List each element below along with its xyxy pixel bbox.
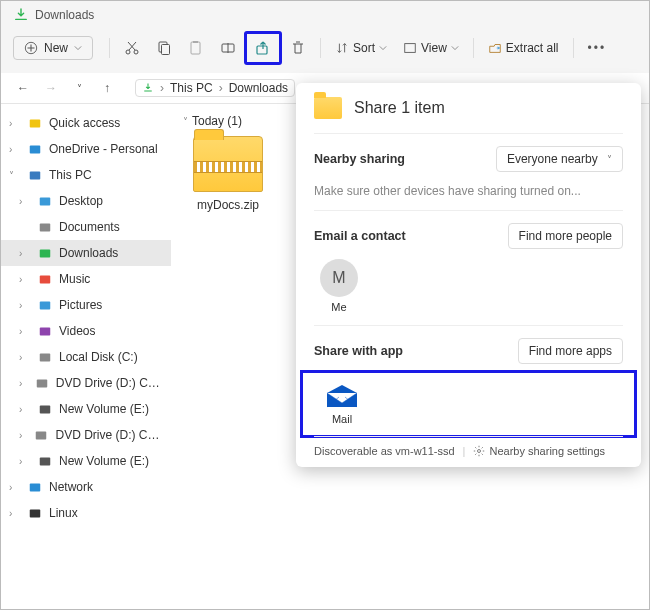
chevron-icon: › — [19, 378, 28, 389]
svg-rect-17 — [40, 302, 51, 310]
folder-icon — [37, 193, 53, 209]
sidebar-item[interactable]: ›Local Disk (C:) — [1, 344, 171, 370]
sidebar-item[interactable]: ›New Volume (E:) — [1, 396, 171, 422]
svg-rect-5 — [191, 42, 200, 54]
folder-icon — [37, 219, 53, 235]
up-button[interactable]: ↑ — [97, 81, 117, 95]
file-tile[interactable]: myDocs.zip — [183, 136, 273, 212]
svg-rect-11 — [30, 146, 41, 154]
folder-icon — [37, 401, 53, 417]
window-title: Downloads — [35, 8, 94, 22]
sidebar-item-label: Music — [59, 272, 90, 286]
svg-rect-8 — [257, 46, 267, 54]
share-button[interactable] — [244, 31, 282, 65]
email-contact-label: Email a contact — [314, 229, 406, 243]
find-apps-button[interactable]: Find more apps — [518, 338, 623, 364]
svg-rect-12 — [30, 172, 41, 180]
chevron-icon: ˅ — [9, 170, 21, 181]
svg-point-2 — [134, 50, 138, 54]
group-header-label: Today (1) — [192, 114, 242, 128]
svg-rect-15 — [40, 250, 51, 258]
sidebar-item[interactable]: ›Linux — [1, 500, 171, 526]
view-button[interactable]: View — [395, 35, 467, 61]
folder-icon — [37, 453, 53, 469]
chevron-down-icon[interactable]: ˅ — [69, 83, 89, 94]
mail-app[interactable]: Mail — [317, 383, 367, 425]
folder-icon — [27, 479, 43, 495]
svg-rect-18 — [40, 328, 51, 336]
nearby-select-value: Everyone nearby — [507, 152, 598, 166]
sidebar-item[interactable]: Documents — [1, 214, 171, 240]
folder-icon — [27, 167, 43, 183]
folder-icon — [27, 141, 43, 157]
chevron-icon: › — [19, 430, 27, 441]
svg-rect-6 — [193, 41, 198, 43]
view-label: View — [421, 41, 447, 55]
downloads-icon — [142, 82, 154, 94]
svg-point-26 — [478, 450, 481, 453]
zip-icon — [193, 136, 263, 192]
sidebar-item[interactable]: ›OneDrive - Personal — [1, 136, 171, 162]
sidebar-item[interactable]: ›Quick access — [1, 110, 171, 136]
sidebar-item-label: New Volume (E:) — [59, 454, 149, 468]
sidebar-item[interactable]: ›Pictures — [1, 292, 171, 318]
folder-icon — [37, 245, 53, 261]
chevron-icon: › — [19, 326, 31, 337]
cut-button[interactable] — [116, 34, 148, 62]
copy-button[interactable] — [148, 34, 180, 62]
svg-rect-13 — [40, 198, 51, 206]
chevron-icon: › — [9, 508, 21, 519]
sidebar-item[interactable]: ›Desktop — [1, 188, 171, 214]
folder-icon — [33, 427, 49, 443]
delete-button[interactable] — [282, 34, 314, 62]
sidebar-item-label: OneDrive - Personal — [49, 142, 158, 156]
mail-icon — [325, 383, 359, 409]
file-name: myDocs.zip — [183, 198, 273, 212]
downloads-icon — [13, 7, 29, 23]
breadcrumb-root[interactable]: This PC — [170, 81, 213, 95]
sidebar-item[interactable]: ›Music — [1, 266, 171, 292]
svg-rect-19 — [40, 354, 51, 362]
folder-icon — [314, 97, 342, 119]
more-button[interactable]: ••• — [580, 35, 615, 61]
svg-rect-4 — [162, 45, 170, 55]
sidebar: ›Quick access›OneDrive - Personal˅This P… — [1, 104, 171, 610]
nearby-hint: Make sure other devices have sharing tur… — [314, 184, 623, 198]
contact-me[interactable]: M Me — [314, 259, 364, 313]
new-button-label: New — [44, 41, 68, 55]
back-button[interactable]: ← — [13, 81, 33, 95]
sidebar-item-label: DVD Drive (D:) CCCOMA_X6 — [55, 428, 167, 442]
extract-all-button[interactable]: Extract all — [480, 35, 567, 61]
paste-button[interactable] — [180, 34, 212, 62]
chevron-icon: › — [19, 404, 31, 415]
nearby-settings-link[interactable]: Nearby sharing settings — [489, 445, 605, 457]
rename-button[interactable] — [212, 34, 244, 62]
breadcrumb-path[interactable]: › This PC › Downloads — [135, 79, 295, 97]
folder-icon — [37, 297, 53, 313]
sidebar-item[interactable]: ›Downloads — [1, 240, 171, 266]
sidebar-item-label: Linux — [49, 506, 78, 520]
svg-rect-25 — [30, 510, 41, 518]
svg-point-1 — [126, 50, 130, 54]
sort-button[interactable]: Sort — [327, 35, 395, 61]
sidebar-item[interactable]: ›New Volume (E:) — [1, 448, 171, 474]
svg-rect-9 — [405, 44, 416, 53]
forward-button[interactable]: → — [41, 81, 61, 95]
sidebar-item[interactable]: ˅This PC — [1, 162, 171, 188]
sidebar-item-label: DVD Drive (D:) CCCOMA_X — [56, 376, 167, 390]
svg-rect-22 — [36, 432, 47, 440]
breadcrumb-current[interactable]: Downloads — [229, 81, 288, 95]
sidebar-item[interactable]: ›DVD Drive (D:) CCCOMA_X — [1, 370, 171, 396]
sidebar-item[interactable]: ›Videos — [1, 318, 171, 344]
contact-name: Me — [331, 301, 346, 313]
new-button[interactable]: New — [13, 36, 93, 60]
sidebar-item[interactable]: ›Network — [1, 474, 171, 500]
nearby-select[interactable]: Everyone nearby ˅ — [496, 146, 623, 172]
find-people-button[interactable]: Find more people — [508, 223, 623, 249]
sidebar-item-label: Network — [49, 480, 93, 494]
gear-icon — [473, 445, 485, 457]
chevron-icon: › — [19, 196, 31, 207]
sidebar-item[interactable]: ›DVD Drive (D:) CCCOMA_X6 — [1, 422, 171, 448]
chevron-icon: › — [19, 300, 31, 311]
sidebar-item-label: New Volume (E:) — [59, 402, 149, 416]
